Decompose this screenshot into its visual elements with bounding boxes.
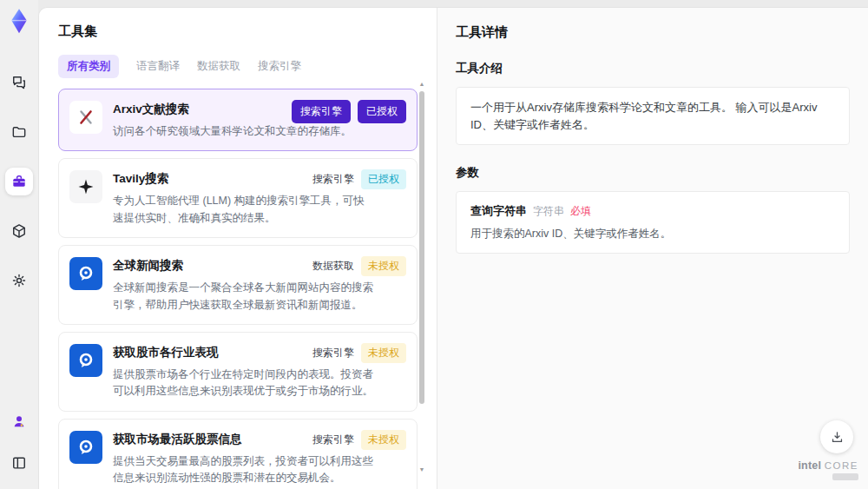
tool-description: 提供股票市场各个行业在特定时间段内的表现。投资者可以利用这些信息来识别表现优于或… (113, 367, 373, 400)
detail-title: 工具详情 (456, 24, 850, 41)
arxiv-icon (69, 101, 102, 134)
auth-status-badge: 未授权 (361, 430, 406, 450)
tool-list: Arxiv文献搜索 访问各个研究领域大量科学论文和文章的存储库。 搜索引擎 已授… (58, 89, 418, 489)
download-icon (830, 430, 845, 445)
tool-description: 提供当天交易量最高的股票列表，投资者可以利用这些信息来识别流动性强的股票和潜在的… (113, 453, 373, 487)
param-required-label: 必填 (570, 204, 591, 219)
intel-core-logo: intel CORE (798, 459, 858, 480)
sidebar-bottom (5, 407, 33, 477)
intro-text: 一个用于从Arxiv存储库搜索科学论文和文章的工具。 输入可以是Arxiv ID… (470, 99, 835, 133)
param-type: 字符串 (533, 204, 564, 219)
tool-badges: 搜索引擎 未授权 (312, 343, 406, 363)
app-logo-icon (7, 8, 31, 34)
panel-layout-icon[interactable] (5, 449, 33, 477)
tool-card[interactable]: 获取股市各行业表现 提供股票市场各个行业在特定时间段内的表现。投资者可以利用这些… (58, 332, 418, 412)
tool-card[interactable]: 获取市场最活跃股票信息 提供当天交易量最高的股票列表，投资者可以利用这些信息来识… (58, 419, 418, 489)
scroll-up-arrow-icon[interactable]: ▲ (418, 81, 425, 88)
tool-card[interactable]: Tavily搜索 专为人工智能代理 (LLM) 构建的搜索引擎工具，可快速提供实… (58, 158, 418, 238)
auth-status-badge: 未授权 (361, 256, 406, 276)
tool-card[interactable]: Arxiv文献搜索 访问各个研究领域大量科学论文和文章的存储库。 搜索引擎 已授… (58, 89, 418, 151)
intro-heading: 工具介绍 (456, 61, 850, 76)
toolbox-icon[interactable] (5, 168, 33, 195)
category-tabs: 所有类别 语言翻译 数据获取 搜索引擎 (58, 55, 437, 78)
tab-language-translation[interactable]: 语言翻译 (136, 55, 180, 78)
category-badge: 搜索引擎 (312, 169, 354, 189)
category-badge: 搜索引擎 (312, 430, 354, 450)
params-heading: 参数 (456, 165, 850, 181)
tavily-star-icon (69, 170, 102, 203)
tool-badges: 搜索引擎 已授权 (292, 100, 406, 123)
brand-core: CORE (825, 460, 858, 471)
tab-all-categories[interactable]: 所有类别 (58, 55, 119, 78)
tool-detail-panel: 工具详情 工具介绍 一个用于从Arxiv存储库搜索科学论文和文章的工具。 输入可… (437, 8, 868, 489)
param-box: 查询字符串 字符串 必填 用于搜索的Arxiv ID、关键字或作者姓名。 (456, 191, 850, 254)
news-bubble-icon (69, 431, 102, 464)
category-badge: 搜索引擎 (292, 100, 351, 123)
category-badge: 搜索引擎 (312, 343, 354, 363)
tool-collection-panel: 工具集 所有类别 语言翻译 数据获取 搜索引擎 Arxiv文献搜索 访问各个研究… (39, 8, 437, 489)
tab-search-engine[interactable]: 搜索引擎 (258, 55, 301, 78)
brand-chip (832, 473, 858, 480)
sidebar (0, 0, 38, 489)
folder-icon[interactable] (5, 118, 33, 146)
tool-description: 全球新闻搜索是一个聚合全球各大新闻网站内容的搜索引擎，帮助用户快速获取全球最新资… (113, 280, 373, 314)
gear-icon[interactable] (5, 267, 33, 294)
cube-icon[interactable] (5, 217, 33, 245)
tool-description: 访问各个研究领域大量科学论文和文章的存储库。 (113, 123, 352, 140)
tool-description: 专为人工智能代理 (LLM) 构建的搜索引擎工具，可快速提供实时、准确和真实的结… (113, 193, 373, 227)
category-badge: 数据获取 (312, 256, 354, 276)
tool-badges: 搜索引擎 已授权 (312, 169, 406, 189)
main-frame: 工具集 所有类别 语言翻译 数据获取 搜索引擎 Arxiv文献搜索 访问各个研究… (38, 7, 868, 489)
intro-box: 一个用于从Arxiv存储库搜索科学论文和文章的工具。 输入可以是Arxiv ID… (456, 87, 850, 145)
param-name: 查询字符串 (470, 203, 527, 219)
news-bubble-icon (69, 257, 102, 290)
tool-card[interactable]: 全球新闻搜索 全球新闻搜索是一个聚合全球各大新闻网站内容的搜索引擎，帮助用户快速… (58, 245, 418, 325)
tab-data-fetch[interactable]: 数据获取 (197, 55, 240, 78)
auth-status-badge: 已授权 (361, 169, 406, 189)
auth-status-badge: 已授权 (358, 100, 406, 123)
page-title: 工具集 (58, 23, 437, 40)
scroll-down-arrow-icon[interactable]: ▼ (418, 466, 425, 473)
download-button[interactable] (820, 420, 853, 453)
tool-badges: 数据获取 未授权 (312, 256, 406, 276)
list-scrollbar: ▲ ▼ (418, 81, 425, 480)
param-description: 用于搜索的Arxiv ID、关键字或作者姓名。 (470, 227, 835, 241)
tool-badges: 搜索引擎 未授权 (312, 430, 406, 450)
chat-icon[interactable] (5, 69, 33, 96)
brand-intel: intel (798, 459, 821, 472)
user-icon[interactable] (5, 407, 33, 435)
auth-status-badge: 未授权 (361, 343, 406, 363)
sidebar-nav (5, 69, 33, 294)
news-bubble-icon (69, 344, 102, 377)
scrollbar-thumb[interactable] (419, 91, 424, 404)
